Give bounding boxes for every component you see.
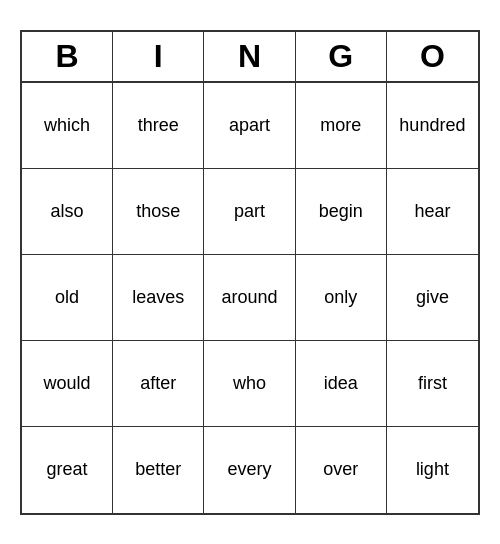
bingo-cell: begin <box>296 169 387 255</box>
bingo-header-letter: I <box>113 32 204 81</box>
bingo-cell: old <box>22 255 113 341</box>
bingo-cell: idea <box>296 341 387 427</box>
bingo-cell: hear <box>387 169 478 255</box>
bingo-cell: would <box>22 341 113 427</box>
bingo-cell: leaves <box>113 255 204 341</box>
bingo-grid: whichthreeapartmorehundredalsothosepartb… <box>22 83 478 513</box>
bingo-cell: only <box>296 255 387 341</box>
bingo-header-letter: B <box>22 32 113 81</box>
bingo-cell: give <box>387 255 478 341</box>
bingo-header-letter: N <box>204 32 295 81</box>
bingo-cell: every <box>204 427 295 513</box>
bingo-cell: hundred <box>387 83 478 169</box>
bingo-cell: more <box>296 83 387 169</box>
bingo-header-letter: O <box>387 32 478 81</box>
bingo-cell: around <box>204 255 295 341</box>
bingo-cell: light <box>387 427 478 513</box>
bingo-cell: great <box>22 427 113 513</box>
bingo-cell: better <box>113 427 204 513</box>
bingo-cell: also <box>22 169 113 255</box>
bingo-cell: those <box>113 169 204 255</box>
bingo-cell: first <box>387 341 478 427</box>
bingo-cell: who <box>204 341 295 427</box>
bingo-cell: three <box>113 83 204 169</box>
bingo-cell: which <box>22 83 113 169</box>
bingo-cell: over <box>296 427 387 513</box>
bingo-card: BINGO whichthreeapartmorehundredalsothos… <box>20 30 480 515</box>
bingo-header-letter: G <box>296 32 387 81</box>
bingo-header: BINGO <box>22 32 478 83</box>
bingo-cell: after <box>113 341 204 427</box>
bingo-cell: apart <box>204 83 295 169</box>
bingo-cell: part <box>204 169 295 255</box>
